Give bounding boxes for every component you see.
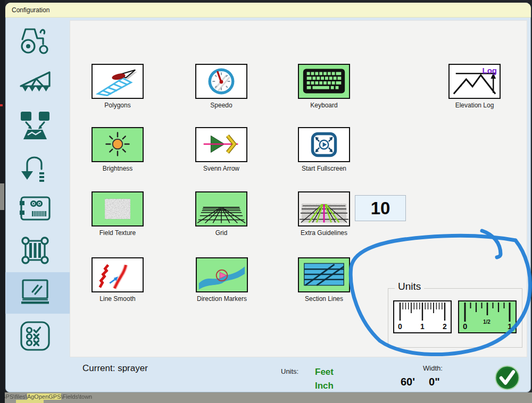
- footer-width-label: Width:: [423, 364, 443, 372]
- direction-markers-button[interactable]: [196, 257, 248, 292]
- background-highlight: [16, 400, 44, 403]
- svenn-arrow-button[interactable]: [195, 127, 247, 162]
- section-lines-button[interactable]: [298, 257, 350, 292]
- window-titlebar[interactable]: Configuration: [5, 3, 531, 18]
- cm-ruler-tick-0: 0: [398, 322, 402, 331]
- sidebar-item-display[interactable]: [7, 279, 63, 306]
- sources-icon: [19, 111, 51, 140]
- grid-button[interactable]: [195, 191, 247, 226]
- field-texture-cell: Field Texture: [92, 191, 144, 226]
- elevation-log-button[interactable]: Log: [448, 64, 501, 99]
- background-file-path: GPS\files\AgOpenGPS\Fields\town: [1, 393, 92, 400]
- speedo-button[interactable]: [195, 64, 247, 99]
- sidebar-item-tram[interactable]: [7, 234, 63, 266]
- ok-button[interactable]: [495, 365, 520, 390]
- section-lines-label: Section Lines: [305, 295, 343, 303]
- brightness-cell: Brightness: [92, 127, 144, 162]
- direction-markers-label: Direction Markers: [197, 295, 247, 303]
- svenn-arrow-cell: Svenn Arrow: [195, 127, 247, 162]
- grid-icon: [196, 192, 246, 225]
- background-red-mark: [0, 104, 3, 106]
- field-texture-label: Field Texture: [99, 229, 136, 237]
- keyboard-cell: Keyboard: [298, 64, 350, 99]
- speedo-icon: [196, 65, 246, 98]
- sidebar-item-uturn[interactable]: [7, 153, 63, 183]
- section-lines-cell: Section Lines: [298, 257, 350, 292]
- extra-guidelines-button[interactable]: [298, 191, 350, 226]
- start-fullscreen-icon: [299, 128, 349, 161]
- brightness-button[interactable]: [92, 127, 144, 162]
- current-implement: Current: sprayer: [82, 363, 148, 374]
- footer-width-value: 60' 0": [401, 376, 440, 388]
- direction-markers-icon: [197, 258, 247, 291]
- brightness-icon: [93, 128, 143, 161]
- field-texture-button[interactable]: [92, 191, 144, 226]
- polygons-icon: [93, 65, 143, 98]
- cm-ruler-tick-1: 1: [420, 322, 425, 331]
- units-group-label: Units: [395, 281, 424, 292]
- implement-icon: [19, 70, 51, 93]
- desktop-left-strip: [0, 0, 5, 403]
- arduino-board-icon: [19, 196, 51, 221]
- sidebar-item-vehicle[interactable]: [7, 26, 63, 55]
- footer-units-label: Units:: [281, 367, 298, 375]
- footer-units-value: Feet Inch: [315, 365, 334, 393]
- svenn-arrow-label: Svenn Arrow: [203, 165, 239, 172]
- brightness-label: Brightness: [103, 165, 133, 172]
- cm-ruler-tick-2: 2: [443, 322, 447, 331]
- display-icon: [19, 279, 51, 306]
- section-lines-icon: [299, 258, 349, 291]
- units-cm-button[interactable]: 0 1 2: [393, 300, 452, 333]
- sidebar-item-sources[interactable]: [7, 111, 63, 140]
- extra-guidelines-count[interactable]: 10: [355, 195, 406, 221]
- elevation-log-cell: Log Elevation Log: [448, 64, 501, 99]
- boundary-tram-icon: [19, 234, 51, 266]
- sidebar-item-implement[interactable]: [7, 70, 63, 93]
- inch-ruler-tick-1: 1: [508, 322, 512, 331]
- extra-guidelines-icon: [299, 192, 349, 225]
- width-inches: 0": [429, 376, 440, 388]
- grid-cell: Grid: [195, 191, 247, 226]
- speedo-cell: Speedo: [195, 64, 247, 99]
- extra-guidelines-label: Extra Guidelines: [301, 229, 347, 237]
- polygons-label: Polygons: [104, 102, 130, 109]
- inch-ruler-tick-0: 0: [463, 322, 467, 331]
- keyboard-button[interactable]: [298, 64, 350, 99]
- extra-guidelines-cell: Extra Guidelines: [298, 191, 350, 226]
- keyboard-label: Keyboard: [310, 102, 337, 109]
- polygons-button[interactable]: [92, 64, 144, 99]
- line-smooth-icon: [93, 258, 143, 291]
- tractor-icon: [19, 26, 51, 55]
- sidebar-item-features[interactable]: [7, 320, 63, 352]
- units-inch-button[interactable]: 0 1/2 1: [458, 300, 517, 333]
- speedo-label: Speedo: [210, 102, 232, 109]
- svenn-arrow-icon: [196, 128, 246, 161]
- direction-markers-cell: Direction Markers: [196, 257, 248, 292]
- line-smooth-cell: Line Smooth: [92, 257, 144, 292]
- polygons-cell: Polygons: [92, 64, 144, 99]
- window-title: Configuration: [12, 6, 49, 14]
- start-fullscreen-cell: Start Fullscreen: [298, 127, 350, 162]
- start-fullscreen-button[interactable]: [298, 127, 350, 162]
- elevation-log-label: Elevation Log: [455, 102, 494, 109]
- width-feet: 60': [401, 376, 415, 388]
- keyboard-icon: [299, 65, 349, 98]
- feature-checklist-icon: [19, 320, 51, 352]
- uturn-icon: [19, 153, 51, 183]
- sidebar-item-modules[interactable]: [7, 196, 63, 221]
- start-fullscreen-label: Start Fullscreen: [302, 165, 346, 172]
- line-smooth-button[interactable]: [92, 257, 144, 292]
- grid-label: Grid: [215, 229, 228, 237]
- elevation-log-badge: Log: [483, 66, 497, 75]
- field-texture-icon: [93, 192, 143, 225]
- checkmark-icon: [495, 365, 520, 390]
- current-implement-value: sprayer: [118, 363, 148, 373]
- inch-ruler-tick-half: 1/2: [483, 319, 491, 325]
- line-smooth-label: Line Smooth: [99, 295, 135, 303]
